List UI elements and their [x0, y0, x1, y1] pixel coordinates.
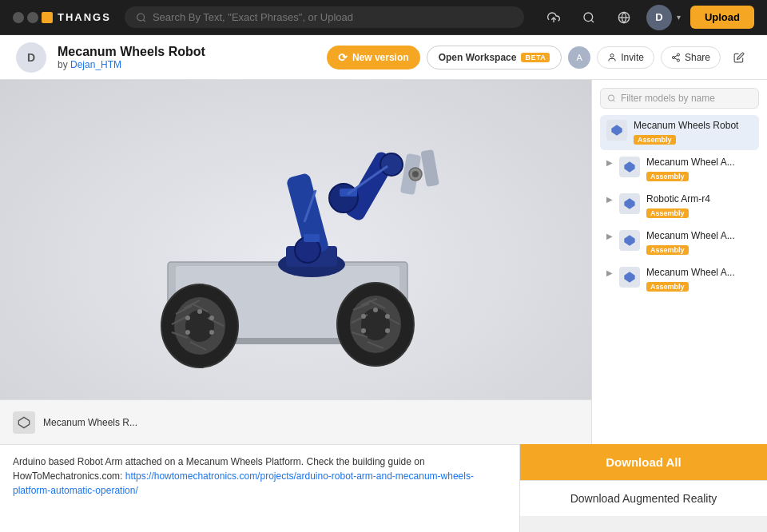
svg-point-29: [185, 330, 190, 335]
viewer-bg: [0, 80, 591, 444]
filter-search[interactable]: [600, 88, 759, 109]
svg-point-45: [385, 328, 390, 333]
svg-point-0: [137, 13, 144, 20]
svg-point-27: [209, 316, 214, 320]
model-item-info: Mecanum Wheel A... Assembly: [646, 157, 753, 182]
expand-icon: ▶: [606, 232, 613, 240]
user-avatar[interactable]: D: [646, 5, 672, 30]
invite-button[interactable]: Invite: [597, 46, 654, 69]
model-thumb: [606, 120, 627, 141]
model-item-name: Mecanum Wheels Robot: [634, 120, 753, 131]
new-version-button[interactable]: New version: [327, 46, 420, 69]
search-bar[interactable]: [125, 6, 524, 28]
search-input[interactable]: [153, 11, 513, 23]
svg-marker-73: [624, 272, 634, 282]
svg-point-43: [373, 308, 378, 312]
share-button[interactable]: Share: [661, 46, 721, 69]
beta-badge: BETA: [521, 53, 550, 62]
model-list-item[interactable]: ▶ Mecanum Wheel A... Assembly: [600, 262, 759, 297]
svg-line-1: [143, 19, 145, 21]
selected-model-name: Mecanum Wheels R...: [43, 417, 675, 428]
model-list: Mecanum Wheels Robot Assembly ▶ Mecanum …: [600, 115, 759, 436]
svg-point-51: [329, 184, 358, 212]
model-item-info: Mecanum Wheel A... Assembly: [646, 267, 753, 292]
svg-marker-66: [18, 417, 29, 427]
upload-button[interactable]: Upload: [690, 6, 754, 29]
model-item-badge: Assembly: [646, 282, 689, 292]
main-area: Reset Snapshot Render ▾ Orientation ▾ Co…: [0, 80, 767, 532]
svg-point-3: [584, 13, 593, 22]
svg-point-67: [608, 95, 614, 101]
search-icon: [136, 12, 146, 23]
svg-point-41: [361, 314, 366, 319]
model-item-info: Robotic Arm-r4 Assembly: [646, 193, 753, 219]
model-list-item[interactable]: ▶ Mecanum Wheel A... Assembly: [600, 225, 759, 260]
invite-label: Invite: [621, 52, 644, 63]
download-ar-button[interactable]: Download Augmented Reality: [520, 480, 767, 516]
svg-point-18: [185, 310, 214, 342]
expand-icon: ▶: [606, 158, 613, 167]
upload-icon-btn[interactable]: [541, 5, 566, 30]
model-title: Mecanum Wheels Robot: [58, 45, 316, 59]
model-item-name: Mecanum Wheel A...: [646, 230, 753, 241]
model-info: Mecanum Wheels Robot by Dejan_HTM: [58, 45, 316, 70]
download-area: Download All Download Augmented Reality: [519, 444, 767, 532]
description-area: Arduino based Robot Arm attached on a Me…: [0, 444, 519, 532]
avatar-chevron: ▾: [677, 13, 681, 22]
filter-input[interactable]: [621, 93, 752, 104]
header-actions: New version Open Workspace BETA A Invite…: [327, 46, 751, 69]
model-thumb: [619, 157, 640, 177]
model-list-item[interactable]: ▶ Mecanum Wheel A... Assembly: [600, 152, 759, 187]
model-list-item[interactable]: Mecanum Wheels Robot Assembly: [600, 115, 759, 150]
right-panel: Mecanum Wheels Robot Assembly ▶ Mecanum …: [591, 80, 767, 444]
author-link[interactable]: Dejan_HTM: [70, 59, 121, 70]
expand-icon: ▶: [606, 195, 613, 204]
model-list-item[interactable]: ▶ Robotic Arm-r4 Assembly: [600, 189, 759, 224]
model-item-name: Mecanum Wheel A...: [646, 267, 753, 278]
edit-button[interactable]: [727, 47, 751, 68]
robot-model: [72, 110, 519, 414]
svg-line-68: [614, 100, 615, 101]
globe-icon-btn[interactable]: [611, 5, 637, 30]
svg-point-26: [185, 316, 190, 320]
model-avatar: D: [16, 42, 46, 73]
model-item-badge: Assembly: [646, 245, 689, 255]
model-thumb-icon: [610, 124, 623, 137]
logo-circle-1: [13, 12, 24, 23]
svg-marker-72: [624, 235, 634, 245]
svg-point-52: [380, 153, 403, 176]
nav-icons: D ▾ Upload: [541, 5, 754, 30]
filter-search-icon: [607, 93, 616, 103]
logo-text: THANGS: [58, 11, 111, 23]
model-thumb-icon: [623, 271, 636, 284]
svg-point-9: [672, 56, 674, 58]
model-author: by Dejan_HTM: [58, 59, 316, 70]
download-all-button[interactable]: Download All: [520, 444, 767, 480]
viewer-area[interactable]: [0, 80, 591, 444]
svg-point-56: [412, 171, 419, 177]
model-item-name: Mecanum Wheel A...: [646, 157, 753, 168]
svg-line-12: [674, 55, 677, 57]
svg-marker-71: [624, 198, 634, 208]
search-icon-btn[interactable]: [576, 5, 602, 30]
globe-icon: [618, 11, 630, 24]
share-icon: [671, 53, 681, 62]
model-thumb-icon: [623, 197, 636, 210]
model-item-name: Robotic Arm-r4: [646, 193, 753, 204]
logo-circle-2: [27, 12, 38, 23]
open-workspace-label: Open Workspace: [439, 52, 517, 63]
model-thumb: [619, 193, 640, 214]
svg-rect-54: [420, 149, 439, 187]
model-item-badge: Assembly: [646, 172, 689, 181]
svg-marker-69: [611, 125, 622, 135]
topnav: THANGS D ▾ Upload: [0, 0, 767, 35]
bottom-section: Arduino based Robot Arm attached on a Me…: [0, 444, 767, 532]
model-thumb: [619, 230, 640, 251]
svg-line-11: [674, 58, 677, 59]
upload-icon: [547, 11, 560, 24]
model-header: D Mecanum Wheels Robot by Dejan_HTM New …: [0, 35, 767, 80]
magnify-icon: [582, 11, 595, 24]
model-item-badge: Assembly: [634, 135, 676, 145]
open-workspace-button[interactable]: Open Workspace BETA: [427, 46, 562, 69]
selected-model-icon: [13, 411, 35, 434]
